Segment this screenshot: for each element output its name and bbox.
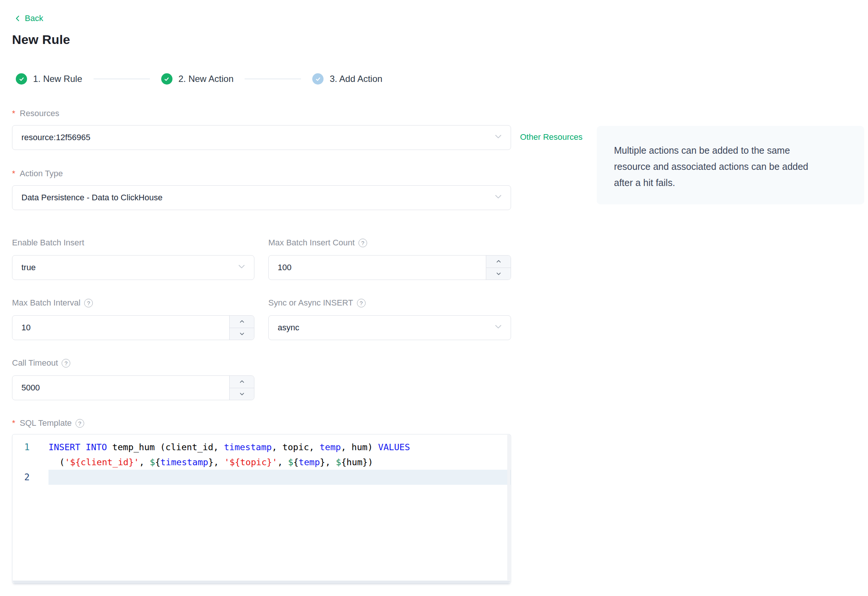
back-link[interactable]: Back <box>14 14 43 23</box>
info-text-line: Multiple actions can be added to the sam… <box>614 142 849 159</box>
required-asterisk: * <box>12 109 15 118</box>
stepper-up-button[interactable] <box>486 256 511 268</box>
sync-async-label: Sync or Async INSERT ? <box>268 298 511 308</box>
max-batch-interval-label: Max Batch Interval ? <box>12 298 254 308</box>
step-item-new-action: 2. New Action <box>161 73 234 85</box>
step-connector <box>94 79 150 79</box>
sql-template-label: * SQL Template ? <box>12 418 868 428</box>
step-label: 1. New Rule <box>33 74 82 84</box>
max-batch-count-label: Max Batch Insert Count ? <box>268 238 511 248</box>
call-timeout-field <box>12 375 254 400</box>
step-label: 2. New Action <box>178 74 234 84</box>
select-value: resource:12f56965 <box>21 133 90 142</box>
back-label: Back <box>25 14 43 23</box>
code-content[interactable] <box>48 470 511 485</box>
max-batch-count-input[interactable] <box>269 256 511 280</box>
step-item-add-action: 3. Add Action <box>312 73 382 85</box>
max-batch-interval-input[interactable] <box>12 316 254 340</box>
help-icon[interactable]: ? <box>76 419 84 428</box>
required-asterisk: * <box>12 418 15 428</box>
page-title: New Rule <box>12 32 868 47</box>
max-batch-interval-field <box>12 315 254 340</box>
stepper-up-button[interactable] <box>230 316 254 328</box>
enable-batch-label: Enable Batch Insert <box>12 238 254 248</box>
info-text-line: resource and associated actions can be a… <box>614 159 849 175</box>
code-line: 1INSERT INTO temp_hum (client_id, timest… <box>12 440 511 470</box>
chevron-down-icon <box>494 192 502 203</box>
chevron-down-icon <box>494 322 502 333</box>
check-circle-icon <box>312 73 324 85</box>
max-batch-count-field <box>268 255 511 280</box>
sync-async-select[interactable]: async <box>268 315 511 340</box>
new-rule-page: Back New Rule 1. New Rule 2. New Action … <box>0 0 868 596</box>
check-circle-icon <box>16 73 27 85</box>
editor-vertical-scrollbar[interactable] <box>507 435 510 580</box>
wizard-steps: 1. New Rule 2. New Action 3. Add Action <box>16 73 868 85</box>
number-stepper <box>229 376 254 400</box>
chevron-down-icon <box>237 262 246 273</box>
editor-horizontal-scrollbar[interactable] <box>13 581 510 583</box>
number-stepper <box>229 316 254 340</box>
step-item-new-rule: 1. New Rule <box>16 73 82 85</box>
line-number: 2 <box>12 470 48 485</box>
info-box: Multiple actions can be added to the sam… <box>597 126 864 204</box>
help-icon[interactable]: ? <box>62 359 70 368</box>
resources-label: * Resources <box>12 109 868 118</box>
other-resources-link[interactable]: Other Resources <box>520 132 582 142</box>
select-value: Data Persistence - Data to ClickHouse <box>21 193 162 203</box>
code-line: 2 <box>12 470 511 485</box>
stepper-down-button[interactable] <box>486 268 511 280</box>
code-content[interactable]: INSERT INTO temp_hum (client_id, timesta… <box>48 440 511 470</box>
call-timeout-input[interactable] <box>12 376 254 400</box>
info-text-line: after a hit fails. <box>614 175 849 191</box>
chevron-left-icon <box>14 15 21 22</box>
help-icon[interactable]: ? <box>357 299 366 307</box>
step-connector <box>245 79 301 79</box>
help-icon[interactable]: ? <box>358 239 367 247</box>
step-label: 3. Add Action <box>330 74 382 84</box>
number-stepper <box>486 256 511 280</box>
select-value: async <box>278 323 299 333</box>
resources-select[interactable]: resource:12f56965 <box>12 125 511 150</box>
sql-editor[interactable]: 1INSERT INTO temp_hum (client_id, timest… <box>12 434 511 584</box>
stepper-up-button[interactable] <box>230 376 254 388</box>
line-number: 1 <box>12 440 48 470</box>
enable-batch-select[interactable]: true <box>12 255 254 280</box>
stepper-down-button[interactable] <box>230 328 254 340</box>
action-type-select[interactable]: Data Persistence - Data to ClickHouse <box>12 185 511 210</box>
stepper-down-button[interactable] <box>230 388 254 400</box>
sql-editor-lines: 1INSERT INTO temp_hum (client_id, timest… <box>12 434 511 485</box>
chevron-down-icon <box>494 132 502 143</box>
check-circle-icon <box>161 73 172 85</box>
select-value: true <box>21 263 36 272</box>
call-timeout-label: Call Timeout ? <box>12 358 254 368</box>
help-icon[interactable]: ? <box>84 299 93 307</box>
required-asterisk: * <box>12 169 15 178</box>
